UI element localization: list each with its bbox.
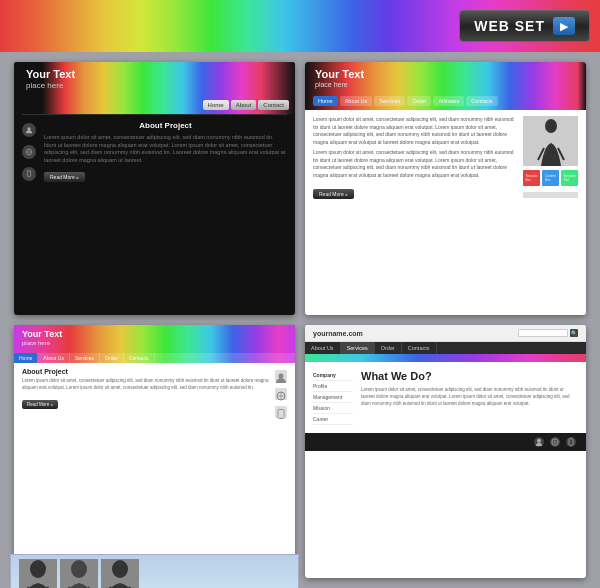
card3-text-overlay: Your Text place here	[22, 329, 62, 346]
card2-rainbow-header: Your Text place here Home About Us Servi…	[305, 62, 586, 110]
svg-rect-27	[569, 439, 573, 445]
search-icon[interactable]: 🔍	[570, 329, 578, 337]
card4-nav-about[interactable]: About Us	[305, 342, 341, 354]
card4-sidebar: Company Profile Management Mission Caree…	[313, 370, 353, 425]
svg-point-17	[71, 560, 87, 578]
card4-sidebar-profile[interactable]: Profile	[313, 381, 353, 392]
card2-nav-affiliates[interactable]: Affiliates	[433, 96, 464, 106]
card1-nav: Home About Contact	[203, 100, 289, 110]
top-banner: WEB SET ▶	[0, 0, 600, 52]
card4-sidebar-mission[interactable]: Mission	[313, 403, 353, 414]
card2-body-text: Lorem ipsum dolor sit amet, consectetuer…	[313, 116, 515, 146]
card2-body-text2: Lorem ipsum dolor sit amet, consectetuer…	[313, 149, 515, 179]
card2-nav: Home About Us Services Order Affiliates …	[313, 96, 498, 106]
card4-icon-mobile	[566, 437, 576, 447]
card4-nav: About Us Services Order Contacts	[305, 342, 586, 354]
card4-sidebar-career[interactable]: Career	[313, 414, 353, 425]
card4-content: Company Profile Management Mission Caree…	[305, 362, 586, 433]
card4-main-content: What We Do? Lorem ipsum dolor sit amet, …	[361, 370, 578, 425]
card2-place-here: place here	[315, 81, 364, 88]
card2-text-col: Lorem ipsum dolor sit amet, consectetuer…	[313, 116, 515, 200]
svg-point-8	[279, 374, 284, 379]
card1-nav-home[interactable]: Home	[203, 100, 229, 110]
card2-nav-about[interactable]: About Us	[340, 96, 373, 106]
card4-rainbow-accent	[305, 354, 586, 362]
card2-silhouette	[523, 116, 578, 166]
svg-point-5	[545, 119, 557, 133]
card3-nav-services[interactable]: Services	[70, 353, 100, 363]
photo-thumb-3	[101, 559, 139, 588]
card3-read-more[interactable]: Read More »	[22, 400, 58, 409]
card3-body: About Project Lorem ipsum dolor sit amet…	[14, 363, 295, 423]
card1-body: About Project Lorem ipsum dolor sit amet…	[14, 115, 295, 189]
card2-content: Lorem ipsum dolor sit amet, consectetuer…	[305, 110, 586, 206]
card3-nav: Home About Us Services Order Contacts	[14, 353, 295, 363]
card-3: Your Text place here Home About Us Servi…	[14, 325, 295, 578]
card2-box-3: TemplateText	[561, 170, 578, 186]
card4-what-text: Lorem ipsum dolor sit amet, consectetuer…	[361, 386, 578, 408]
web-set-button[interactable]: WEB SET ▶	[459, 10, 590, 42]
card2-your-text: Your Text	[315, 68, 364, 81]
card3-icon-2	[275, 388, 287, 400]
card4-what-title: What We Do?	[361, 370, 578, 382]
card2-color-boxes: TemplateBox ContentBox TemplateText	[523, 170, 578, 186]
card1-icon-user	[22, 123, 36, 137]
svg-point-0	[27, 127, 30, 130]
card2-box-2: ContentBox	[542, 170, 559, 186]
card-4: yourname.com 🔍 About Us Services Order C…	[305, 325, 586, 578]
photo-thumb-1	[19, 559, 57, 588]
card1-your-text: Your Text	[26, 68, 75, 81]
card2-nav-services[interactable]: Services	[374, 96, 405, 106]
card3-nav-home[interactable]: Home	[14, 353, 38, 363]
card4-nav-order[interactable]: Order	[375, 342, 402, 354]
card3-nav-about[interactable]: About Us	[38, 353, 70, 363]
svg-point-20	[112, 560, 128, 578]
card4-nav-contacts[interactable]: Contacts	[402, 342, 437, 354]
card2-footer-line	[523, 192, 578, 198]
card3-place-here: place here	[22, 340, 62, 346]
card1-text-overlay: Your Text place here	[26, 68, 75, 90]
card1-about-title: About Project	[44, 121, 287, 130]
card4-icon-user	[534, 437, 544, 447]
card3-icon-3	[275, 406, 287, 418]
card4-search-input[interactable]	[518, 329, 568, 337]
card2-image-col: TemplateBox ContentBox TemplateText	[523, 116, 578, 200]
svg-rect-12	[278, 410, 284, 419]
card2-nav-contacts[interactable]: Contacts	[466, 96, 498, 106]
card3-nav-order[interactable]: Order	[100, 353, 124, 363]
card3-icons	[275, 368, 287, 418]
card1-icons	[22, 121, 36, 183]
card1-read-more[interactable]: Read More »	[44, 172, 85, 182]
card2-nav-home[interactable]: Home	[313, 96, 338, 106]
card1-place-here: place here	[26, 81, 75, 90]
web-set-label: WEB SET	[474, 18, 545, 34]
card1-about: About Project Lorem ipsum dolor sit amet…	[44, 121, 287, 183]
photo-thumb-2	[60, 559, 98, 588]
card-2: Your Text place here Home About Us Servi…	[305, 62, 586, 315]
card4-bottom-bar	[305, 433, 586, 451]
card4-site-name: yourname.com	[313, 330, 363, 337]
card2-nav-order[interactable]: Order	[407, 96, 431, 106]
card3-rainbow-header: Your Text place here Home About Us Servi…	[14, 325, 295, 363]
card3-icon-1	[275, 370, 287, 382]
card4-nav-services[interactable]: Services	[341, 342, 375, 354]
card1-nav-about[interactable]: About	[231, 100, 257, 110]
card4-sidebar-management[interactable]: Management	[313, 392, 353, 403]
card2-read-more[interactable]: Read More »	[313, 189, 354, 199]
card1-icon-mobile	[22, 167, 36, 181]
card3-nav-contacts[interactable]: Contacts	[124, 353, 155, 363]
arrow-icon[interactable]: ▶	[553, 17, 575, 35]
card4-search-bar: 🔍	[518, 329, 578, 337]
card1-nav-contact[interactable]: Contact	[258, 100, 289, 110]
card3-text-col: About Project Lorem ipsum dolor sit amet…	[22, 368, 269, 418]
card4-icon-globe	[550, 437, 560, 447]
card4-sidebar-company[interactable]: Company	[313, 370, 353, 381]
card3-photo-strip	[10, 554, 299, 588]
svg-point-14	[30, 560, 46, 578]
main-grid: Your Text place here Home About Contact	[0, 52, 600, 588]
card1-rainbow-header: Your Text place here Home About Contact	[14, 62, 295, 114]
card3-about-text: Lorem ipsum dolor sit amet, consectetuer…	[22, 378, 269, 392]
card2-box-1: TemplateBox	[523, 170, 540, 186]
card3-about-title: About Project	[22, 368, 269, 375]
card1-about-text: Lorem ipsum dolor sit amet, consectetuer…	[44, 134, 287, 165]
